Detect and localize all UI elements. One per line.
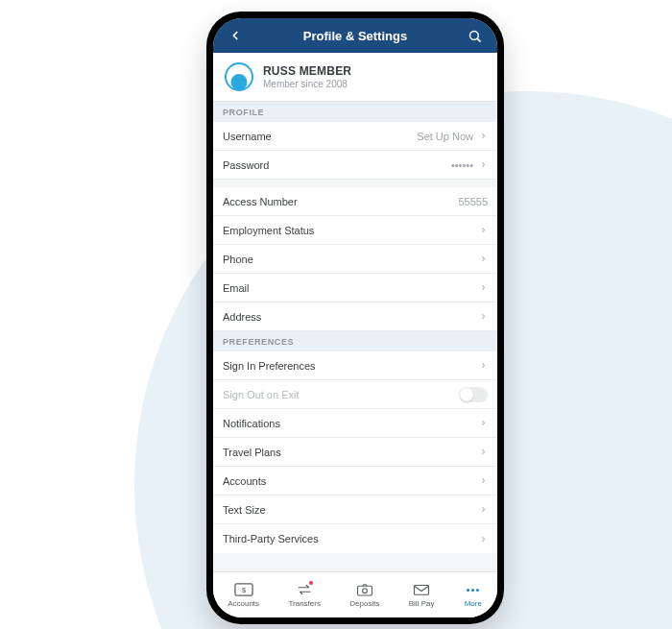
section-header-preferences: PREFERENCES xyxy=(213,331,497,351)
tab-more[interactable]: More xyxy=(464,582,483,608)
tab-billpay[interactable]: Bill Pay xyxy=(409,582,435,608)
row-phone[interactable]: Phone xyxy=(213,245,497,274)
tab-bar: $ Accounts Transfers Deposits Bill Pay M… xyxy=(213,571,497,617)
row-label: Employment Status xyxy=(223,225,479,236)
row-third-party-services[interactable]: Third-Party Services xyxy=(213,524,497,553)
search-button[interactable] xyxy=(465,25,486,46)
chevron-right-icon xyxy=(479,476,488,485)
row-value: Set Up Now xyxy=(417,131,473,142)
row-address[interactable]: Address xyxy=(213,302,497,331)
member-name: RUSS MEMBER xyxy=(263,64,351,78)
chevron-right-icon xyxy=(479,419,488,427)
chevron-right-icon xyxy=(479,254,488,263)
more-icon xyxy=(464,582,483,597)
row-access-number: Access Number 55555 xyxy=(213,187,497,216)
chevron-right-icon xyxy=(479,361,488,370)
page-title: Profile & Settings xyxy=(303,29,407,43)
row-label: Notifications xyxy=(223,418,479,429)
tab-label: Accounts xyxy=(228,599,259,608)
content-scroll[interactable]: RUSS MEMBER Member since 2008 PROFILE Us… xyxy=(213,53,497,571)
avatar xyxy=(225,62,253,91)
row-signout-on-exit[interactable]: Sign Out on Exit xyxy=(213,380,497,409)
chevron-right-icon xyxy=(479,283,488,292)
chevron-right-icon xyxy=(479,160,488,169)
tab-transfers[interactable]: Transfers xyxy=(288,582,321,608)
tab-label: Bill Pay xyxy=(409,599,435,608)
svg-text:$: $ xyxy=(242,586,246,594)
search-icon xyxy=(468,29,482,43)
row-password[interactable]: Password •••••• xyxy=(213,151,497,180)
row-travel-plans[interactable]: Travel Plans xyxy=(213,438,497,467)
row-text-size[interactable]: Text Size xyxy=(213,496,497,524)
back-button[interactable] xyxy=(225,25,246,46)
svg-line-1 xyxy=(478,38,481,41)
tab-label: Transfers xyxy=(288,599,321,608)
row-label: Password xyxy=(223,159,451,171)
chevron-right-icon xyxy=(479,448,488,456)
screen: Profile & Settings RUSS MEMBER Member si… xyxy=(213,18,497,617)
row-label: Text Size xyxy=(223,504,479,516)
row-signin-preferences[interactable]: Sign In Preferences xyxy=(213,351,497,380)
row-username[interactable]: Username Set Up Now xyxy=(213,122,497,151)
row-value: 55555 xyxy=(458,196,488,207)
svg-point-5 xyxy=(362,589,367,593)
transfers-icon xyxy=(295,582,314,597)
tab-accounts[interactable]: $ Accounts xyxy=(228,582,259,608)
svg-rect-6 xyxy=(415,586,429,595)
svg-rect-4 xyxy=(357,586,372,595)
chevron-right-icon xyxy=(479,226,488,234)
row-label: Third-Party Services xyxy=(223,533,479,544)
row-label: Username xyxy=(223,131,417,142)
tab-label: More xyxy=(465,599,482,608)
row-label: Address xyxy=(223,311,479,323)
member-since: Member since 2008 xyxy=(263,79,351,89)
envelope-icon xyxy=(412,582,431,597)
chevron-right-icon xyxy=(479,505,488,514)
divider-gap xyxy=(213,180,497,187)
row-label: Phone xyxy=(223,254,479,265)
row-employment-status[interactable]: Employment Status xyxy=(213,216,497,245)
money-card-icon: $ xyxy=(234,582,253,597)
row-label: Access Number xyxy=(223,196,458,207)
row-notifications[interactable]: Notifications xyxy=(213,409,497,438)
tab-label: Deposits xyxy=(349,599,379,608)
toggle-switch[interactable] xyxy=(459,387,488,402)
row-label: Accounts xyxy=(223,475,479,487)
tab-deposits[interactable]: Deposits xyxy=(349,582,379,608)
member-card: RUSS MEMBER Member since 2008 xyxy=(213,53,497,102)
header-bar: Profile & Settings xyxy=(213,18,497,53)
row-label: Travel Plans xyxy=(223,447,479,458)
chevron-left-icon xyxy=(228,29,242,42)
section-header-profile: PROFILE xyxy=(213,102,497,122)
row-value: •••••• xyxy=(451,159,473,171)
row-label: Sign Out on Exit xyxy=(223,389,459,400)
row-email[interactable]: Email xyxy=(213,274,497,302)
chevron-right-icon xyxy=(479,312,488,321)
row-label: Sign In Preferences xyxy=(223,360,479,372)
row-label: Email xyxy=(223,282,479,294)
camera-icon xyxy=(355,582,374,597)
chevron-right-icon xyxy=(479,535,488,544)
phone-frame: Profile & Settings RUSS MEMBER Member si… xyxy=(206,12,504,624)
row-accounts[interactable]: Accounts xyxy=(213,467,497,496)
chevron-right-icon xyxy=(479,132,488,140)
